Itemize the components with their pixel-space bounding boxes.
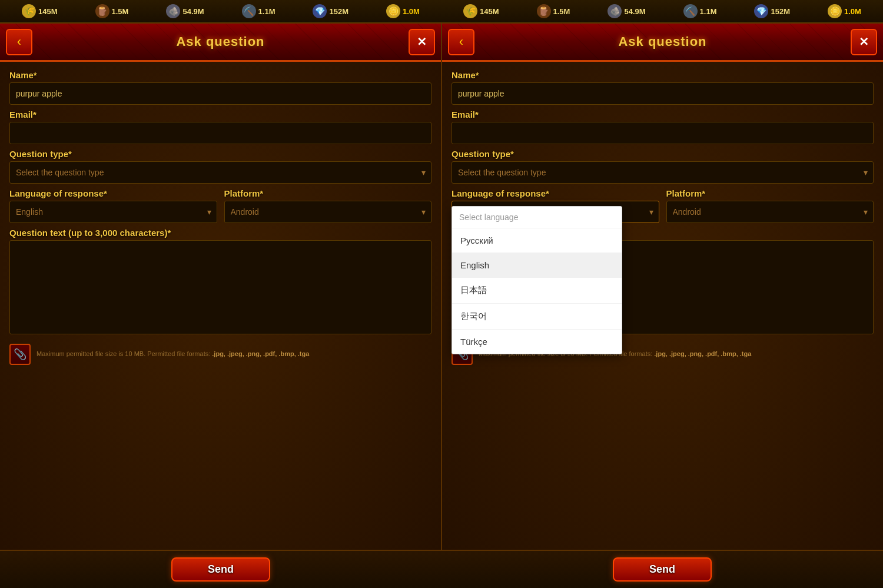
resource-stone-left: 🪨 54.9M — [166, 4, 204, 18]
left-email-input[interactable] — [9, 122, 431, 144]
left-send-bar: Send — [0, 550, 442, 588]
resource-stone-right: 🪨 54.9M — [608, 4, 645, 18]
crystal-value-right: 152M — [771, 7, 790, 16]
right-panel-title: Ask question — [474, 34, 851, 49]
left-question-type-select[interactable]: Select the question type Bug Account Pay… — [9, 161, 431, 184]
right-send-button[interactable]: Send — [613, 557, 712, 582]
left-panel: ‹ Ask question ✕ Name* Email* Question t… — [0, 24, 442, 550]
left-question-text-field: Question text (up to 3,000 characters)* — [9, 228, 431, 337]
right-name-field: Name* — [452, 70, 874, 105]
right-back-button[interactable]: ‹ — [448, 29, 474, 55]
right-name-label: Name* — [452, 70, 874, 80]
bottom-bars: Send Send — [0, 550, 883, 588]
left-file-attach-row: 📎 Maximum permitted file size is 10 MB. … — [9, 344, 431, 365]
iron-value-right: 1.1M — [700, 7, 717, 16]
iron-value-left: 1.1M — [258, 7, 275, 16]
language-dropdown[interactable]: Select language Русский English 日本語 한국어 … — [452, 206, 622, 354]
dropdown-item-turkish[interactable]: Türkçe — [452, 330, 622, 354]
right-email-input[interactable] — [452, 122, 874, 144]
left-name-label: Name* — [9, 70, 431, 80]
stone-icon-left: 🪨 — [166, 4, 180, 18]
left-language-col: Language of response* English Русский 日本… — [9, 188, 217, 223]
resource-wheat-left: 🌾 145M — [22, 4, 58, 18]
stone-value-left: 54.9M — [182, 7, 204, 16]
right-language-label: Language of response* — [452, 188, 659, 198]
right-question-type-label: Question type* — [452, 149, 874, 159]
right-platform-col: Platform* Android iOS PC — [666, 188, 874, 223]
left-lang-platform-row: Language of response* English Русский 日本… — [9, 188, 431, 223]
right-file-formats: .jpg, .jpeg, .png, .pdf, .bmp, .tga — [654, 350, 751, 357]
crystal-value-left: 152M — [329, 7, 348, 16]
resource-bar-right: 🌾 145M 🪵 1.5M 🪨 54.9M ⛏️ 1.1M 💎 152M 🪙 1… — [442, 0, 883, 24]
stone-icon-right: 🪨 — [608, 4, 622, 18]
dropdown-item-english[interactable]: English — [452, 253, 622, 278]
right-close-button[interactable]: ✕ — [851, 29, 877, 55]
left-panel-header: ‹ Ask question ✕ — [0, 24, 441, 62]
dropdown-item-russian[interactable]: Русский — [452, 228, 622, 253]
left-platform-col: Platform* Android iOS PC — [224, 188, 432, 223]
right-panel-header: ‹ Ask question ✕ — [442, 24, 883, 62]
left-language-select[interactable]: English Русский 日本語 한국어 Türkçe — [9, 201, 217, 223]
resource-wood-left: 🪵 1.5M — [95, 4, 129, 18]
resource-wheat-right: 🌾 145M — [463, 4, 499, 18]
left-file-formats: .jpg, .jpeg, .png, .pdf, .bmp, .tga — [212, 350, 309, 357]
left-back-button[interactable]: ‹ — [6, 29, 32, 55]
wheat-icon-right: 🌾 — [463, 4, 477, 18]
resource-iron-left: ⛏️ 1.1M — [242, 4, 275, 18]
left-question-textarea[interactable] — [9, 240, 431, 334]
gold-value-right: 1.0M — [844, 7, 861, 16]
left-question-type-label: Question type* — [9, 149, 431, 159]
left-platform-label: Platform* — [224, 188, 432, 198]
main-content: ‹ Ask question ✕ Name* Email* Question t… — [0, 24, 883, 550]
wood-icon-right: 🪵 — [537, 4, 551, 18]
right-send-bar: Send — [442, 550, 883, 588]
left-name-field: Name* — [9, 70, 431, 105]
wood-icon-left: 🪵 — [95, 4, 109, 18]
left-attach-text: Maximum permitted file size is 10 MB. Pe… — [36, 350, 309, 358]
resource-gold-right: 🪙 1.0M — [828, 4, 861, 18]
wood-value-right: 1.5M — [553, 7, 570, 16]
wheat-value-right: 145M — [480, 7, 499, 16]
right-email-label: Email* — [452, 109, 874, 119]
right-question-type-select[interactable]: Select the question type Bug Account Pay… — [452, 161, 874, 184]
gold-value-left: 1.0M — [403, 7, 420, 16]
gold-icon-right: 🪙 — [828, 4, 842, 18]
right-platform-wrapper: Android iOS PC — [666, 201, 874, 223]
left-email-field: Email* — [9, 109, 431, 144]
right-platform-label: Platform* — [666, 188, 874, 198]
left-form-area: Name* Email* Question type* Select the q… — [0, 62, 441, 550]
crystal-icon-right: 💎 — [754, 4, 768, 18]
left-close-button[interactable]: ✕ — [409, 29, 435, 55]
top-resource-bars: 🌾 145M 🪵 1.5M 🪨 54.9M ⛏️ 1.1M 💎 152M 🪙 1… — [0, 0, 883, 24]
resource-iron-right: ⛏️ 1.1M — [683, 4, 717, 18]
resource-wood-right: 🪵 1.5M — [537, 4, 570, 18]
right-email-field: Email* — [452, 109, 874, 144]
wheat-value-left: 145M — [38, 7, 58, 16]
right-platform-select[interactable]: Android iOS PC — [666, 201, 874, 223]
resource-gold-left: 🪙 1.0M — [386, 4, 420, 18]
crystal-icon-left: 💎 — [313, 4, 327, 18]
left-language-wrapper: English Русский 日本語 한국어 Türkçe — [9, 201, 217, 223]
iron-icon-left: ⛏️ — [242, 4, 256, 18]
dropdown-item-korean[interactable]: 한국어 — [452, 304, 622, 330]
left-panel-title: Ask question — [32, 34, 409, 49]
stone-value-right: 54.9M — [624, 7, 645, 16]
gold-icon-left: 🪙 — [386, 4, 400, 18]
resource-crystal-left: 💎 152M — [313, 4, 348, 18]
dropdown-item-japanese[interactable]: 日本語 — [452, 278, 622, 304]
left-send-button[interactable]: Send — [171, 557, 270, 582]
right-question-type-field: Question type* Select the question type … — [452, 149, 874, 184]
left-platform-select[interactable]: Android iOS PC — [224, 201, 432, 223]
resource-crystal-right: 💎 152M — [754, 4, 790, 18]
wheat-icon-left: 🌾 — [22, 4, 36, 18]
left-email-label: Email* — [9, 109, 431, 119]
left-question-type-field: Question type* Select the question type … — [9, 149, 431, 184]
left-language-label: Language of response* — [9, 188, 217, 198]
left-question-type-wrapper: Select the question type Bug Account Pay… — [9, 161, 431, 184]
resource-bar-left: 🌾 145M 🪵 1.5M 🪨 54.9M ⛏️ 1.1M 💎 152M 🪙 1… — [0, 0, 442, 24]
left-attach-icon[interactable]: 📎 — [9, 344, 31, 365]
left-name-input[interactable] — [9, 82, 431, 105]
dropdown-search-label: Select language — [452, 207, 622, 228]
iron-icon-right: ⛏️ — [683, 4, 698, 18]
right-name-input[interactable] — [452, 82, 874, 105]
